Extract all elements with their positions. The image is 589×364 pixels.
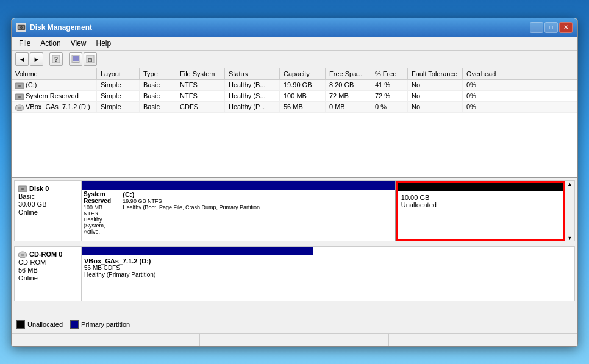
partition-vbox[interactable]: VBox_GAs_7.1.2 (D:) 56 MB CDFS Healthy (…	[82, 247, 313, 301]
status-bar	[12, 333, 577, 346]
title-bar-left: Disk Management	[16, 23, 92, 32]
disk0-row: Disk 0 Basic 30.00 GB Online System Rese…	[14, 180, 575, 241]
svg-point-20	[21, 254, 24, 256]
table-row[interactable]: (C:) Simple Basic NTFS Healthy (B... 19.…	[12, 80, 577, 91]
minimize-button[interactable]: −	[530, 22, 543, 33]
cell-capacity: 19.90 GB	[280, 80, 326, 90]
svg-point-14	[18, 96, 21, 98]
disk0-info: Disk 0 Basic 30.00 GB Online	[15, 181, 82, 241]
cell-volume: System Reserved	[12, 91, 97, 101]
cell-fs: NTFS	[176, 91, 225, 101]
cell-free: 72 MB	[326, 91, 371, 101]
legend-primary-label: Primary partition	[81, 321, 130, 328]
cell-status: Healthy (S...	[225, 91, 280, 101]
menu-help[interactable]: Help	[91, 38, 116, 49]
cell-oh: 0%	[463, 102, 499, 112]
disk0-size: 30.00 GB	[18, 201, 77, 208]
col-freespace[interactable]: Free Spa...	[326, 68, 371, 79]
cell-pct: 72 %	[371, 91, 408, 101]
menu-bar: File Action View Help	[12, 37, 577, 51]
menu-file[interactable]: File	[14, 38, 35, 49]
svg-point-12	[18, 85, 21, 87]
volume-table: Volume Layout Type File System Status Ca…	[12, 68, 577, 178]
table-header: Volume Layout Type File System Status Ca…	[12, 68, 577, 80]
cell-type: Basic	[140, 80, 176, 90]
partition-sysreserved[interactable]: System Reserved 100 MB NTFS Healthy (Sys…	[82, 181, 120, 241]
table-row[interactable]: VBox_GAs_7.1.2 (D:) Simple Basic CDFS He…	[12, 102, 577, 113]
cdrom0-info: CD-ROM 0 CD-ROM 56 MB Online	[15, 247, 82, 301]
cell-oh: 0%	[463, 80, 499, 90]
disk-visual-section: Disk 0 Basic 30.00 GB Online System Rese…	[12, 178, 577, 316]
svg-rect-7	[73, 56, 79, 61]
cell-volume: (C:)	[12, 80, 97, 90]
close-button[interactable]: ✕	[559, 22, 573, 33]
col-pctfree[interactable]: % Free	[371, 68, 408, 79]
legend-unallocated-label: Unallocated	[27, 321, 63, 328]
col-status[interactable]: Status	[225, 68, 280, 79]
cell-type: Basic	[140, 102, 176, 112]
maximize-button[interactable]: □	[544, 22, 558, 33]
col-overhead[interactable]: Overhead	[463, 68, 499, 79]
cdrom0-type: CD-ROM	[18, 259, 77, 266]
cell-pct: 41 %	[371, 80, 408, 90]
legend-unallocated-icon	[16, 320, 25, 329]
title-bar: Disk Management − □ ✕	[12, 18, 577, 37]
cell-oh: 0%	[463, 91, 499, 101]
disk0-type: Basic	[18, 193, 77, 200]
col-faulttol[interactable]: Fault Tolerance	[408, 68, 463, 79]
cell-ft: No	[408, 102, 463, 112]
svg-rect-8	[73, 62, 79, 63]
col-volume[interactable]: Volume	[12, 68, 97, 79]
window-title: Disk Management	[30, 23, 92, 32]
cell-volume: VBox_GAs_7.1.2 (D:)	[12, 102, 97, 112]
cdrom0-status: Online	[18, 274, 77, 282]
svg-point-3	[21, 27, 22, 28]
cell-fs: NTFS	[176, 80, 225, 90]
cell-layout: Simple	[97, 91, 140, 101]
legend-primary-icon	[70, 320, 79, 329]
col-type[interactable]: Type	[140, 68, 176, 79]
cell-type: Basic	[140, 91, 176, 101]
table-row[interactable]: System Reserved Simple Basic NTFS Health…	[12, 91, 577, 102]
cdrom0-row: CD-ROM 0 CD-ROM 56 MB Online VBox_GAs_7.…	[14, 246, 575, 301]
status-panel-2	[200, 334, 388, 346]
legend-primary: Primary partition	[70, 320, 130, 329]
menu-view[interactable]: View	[66, 38, 91, 49]
cell-free: 8.20 GB	[326, 80, 371, 90]
disk0-scrollbar[interactable]: ▲ ▼	[565, 181, 574, 241]
refresh-button[interactable]: ⊞	[84, 52, 97, 66]
svg-point-16	[18, 107, 21, 109]
col-layout[interactable]: Layout	[97, 68, 140, 79]
disk0-partitions: System Reserved 100 MB NTFS Healthy (Sys…	[82, 181, 565, 241]
unallocated-partition[interactable]: 10.00 GB Unallocated	[396, 181, 565, 241]
legend-area: Unallocated Primary partition	[12, 316, 577, 333]
cell-status: Healthy (B...	[225, 80, 280, 90]
properties-button[interactable]	[69, 52, 82, 66]
cell-layout: Simple	[97, 80, 140, 90]
cdrom0-size: 56 MB	[18, 266, 77, 274]
cdrom0-name: CD-ROM 0	[29, 251, 62, 258]
cdrom0-partitions: VBox_GAs_7.1.2 (D:) 56 MB CDFS Healthy (…	[82, 247, 574, 301]
back-button[interactable]: ◄	[15, 52, 29, 66]
title-controls: − □ ✕	[530, 22, 573, 33]
disk-management-window: Disk Management − □ ✕ File Action View H…	[11, 18, 578, 347]
forward-button[interactable]: ►	[30, 52, 43, 66]
cell-pct: 0 %	[371, 102, 408, 112]
cell-free: 0 MB	[326, 102, 371, 112]
status-panel-1	[12, 334, 200, 346]
menu-action[interactable]: Action	[35, 38, 65, 49]
disk0-status: Online	[18, 209, 77, 216]
unallocated-size: 10.00 GB	[401, 194, 559, 201]
partition-c[interactable]: (C:) 19.90 GB NTFS Healthy (Boot, Page F…	[120, 181, 395, 241]
legend-unallocated: Unallocated	[16, 320, 63, 329]
cell-ft: No	[408, 80, 463, 90]
content-area: Volume Layout Type File System Status Ca…	[12, 68, 577, 333]
unallocated-label: Unallocated	[401, 201, 559, 209]
col-filesystem[interactable]: File System	[176, 68, 225, 79]
cell-status: Healthy (P...	[225, 102, 280, 112]
cell-ft: No	[408, 91, 463, 101]
cell-fs: CDFS	[176, 102, 225, 112]
col-capacity[interactable]: Capacity	[280, 68, 326, 79]
cell-layout: Simple	[97, 102, 140, 112]
help-button[interactable]: ?	[49, 52, 63, 66]
